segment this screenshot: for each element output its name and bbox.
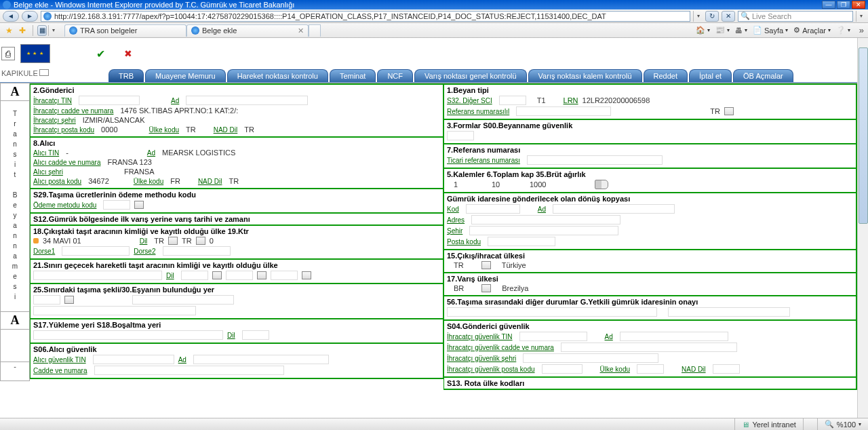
- input-s06-ad[interactable]: [193, 355, 329, 364]
- feeds-button[interactable]: 📰 ▾: [715, 26, 730, 35]
- home-button[interactable]: 🏠 ▾: [696, 26, 710, 35]
- tab-ncf[interactable]: NCF: [377, 69, 413, 82]
- quick-tabs-dropdown[interactable]: ▾: [48, 25, 58, 36]
- link-alici-posta[interactable]: Alıcı posta kodu: [33, 178, 81, 185]
- input-ticari-ref[interactable]: [527, 155, 663, 165]
- input-s17-dil[interactable]: [242, 330, 269, 340]
- lookup-21-c[interactable]: [302, 271, 311, 279]
- status-protected-mode[interactable]: [803, 418, 817, 430]
- link-gk-adres[interactable]: Adres: [447, 216, 465, 224]
- input-gk-sehir[interactable]: [469, 226, 618, 235]
- minimize-button[interactable]: —: [822, 1, 835, 9]
- input-s04-ad[interactable]: [620, 332, 728, 341]
- lookup-btn-2[interactable]: [196, 237, 205, 245]
- lookup-21-a[interactable]: [212, 271, 222, 279]
- input-56[interactable]: [447, 307, 657, 317]
- input-gk-adres[interactable]: [471, 215, 620, 224]
- input-ihracatci-tin[interactable]: [79, 96, 140, 105]
- input-25-a[interactable]: [33, 295, 60, 305]
- input-s06-cadde[interactable]: [94, 366, 284, 375]
- input-3[interactable]: [447, 131, 474, 140]
- link-ihr-nad[interactable]: NAD Dil: [214, 126, 238, 134]
- input-gk-posta[interactable]: [488, 237, 555, 246]
- link-lrn[interactable]: LRN: [564, 96, 578, 104]
- favorites-button[interactable]: ★: [3, 25, 15, 36]
- nav-back-button[interactable]: ◄: [3, 11, 19, 22]
- browser-tab-1[interactable]: TRA son belgeler: [64, 24, 186, 37]
- input-s06-tin[interactable]: [93, 355, 174, 364]
- input-s04-posta[interactable]: [542, 364, 583, 374]
- lookup-odeme-button[interactable]: [134, 201, 144, 209]
- chevron-right-icon[interactable]: »: [856, 25, 865, 35]
- tab-varis-kalem[interactable]: Varış noktası kalem kontrolü: [528, 69, 642, 82]
- tab-teminat[interactable]: Teminat: [330, 69, 376, 82]
- input-gk-kod[interactable]: [466, 204, 520, 214]
- stop-button[interactable]: ✕: [722, 11, 735, 22]
- tab-reddet[interactable]: Reddet: [644, 69, 688, 82]
- link-s06-ad[interactable]: Ad: [178, 356, 186, 364]
- input-s04-cadde[interactable]: [561, 343, 737, 352]
- lookup-ref[interactable]: [724, 107, 734, 115]
- vertical-scrollbar[interactable]: [857, 38, 868, 430]
- refresh-button[interactable]: ↻: [705, 11, 719, 22]
- link-ref-no[interactable]: Referans numarasılıl: [447, 108, 509, 115]
- link-ihr-sehir[interactable]: İhracatçı şehri: [33, 117, 76, 124]
- link-s06-cadde[interactable]: Cadde ve numara: [33, 367, 87, 374]
- input-s17[interactable]: [33, 330, 223, 340]
- link-s04-nad[interactable]: NAD Dil: [682, 366, 706, 373]
- input-21-id[interactable]: [33, 271, 162, 280]
- input-s04-nad[interactable]: [713, 364, 740, 374]
- tools-menu[interactable]: ⚙ Araçlar ▾: [793, 26, 831, 35]
- input-odeme-kodu[interactable]: [103, 200, 130, 210]
- link-s04-cadde[interactable]: İhracatçı güvenlik cadde ve numara: [447, 344, 554, 351]
- input-s04-sehir[interactable]: [523, 353, 658, 363]
- link-ticari-ref[interactable]: Ticari referans numarası: [447, 157, 520, 164]
- link-s04-ulke[interactable]: Ülke kodu: [600, 366, 630, 373]
- tab-hareket[interactable]: Hareket noktası kontrolu: [227, 69, 328, 82]
- tab-iptal[interactable]: İptal et: [689, 69, 732, 82]
- input-ref-no[interactable]: [516, 106, 611, 116]
- link-dorse1[interactable]: Dorse1: [33, 248, 55, 255]
- link-gk-ad[interactable]: Ad: [538, 206, 546, 213]
- input-21-b[interactable]: [226, 271, 253, 280]
- link-ihracatci-tin[interactable]: İhracatçı TIN: [33, 97, 72, 104]
- tab-varis-genel[interactable]: Varış noktası genel kontrolü: [414, 69, 527, 82]
- link-s32[interactable]: S32. Diğer SCI: [447, 97, 492, 104]
- tab-trb[interactable]: TRB: [108, 69, 144, 82]
- input-21-c[interactable]: [271, 271, 298, 280]
- link-alici-cadde[interactable]: Alıcı cadde ve numara: [33, 159, 101, 166]
- reject-icon[interactable]: ✖: [124, 48, 132, 59]
- link-s04-posta[interactable]: İhracatçı güvenlik posta kodu: [447, 366, 535, 373]
- link-s06-tin[interactable]: Alıcı güvenlik TIN: [33, 356, 86, 364]
- link-18-dil[interactable]: Dil: [140, 237, 148, 245]
- nav-forward-button[interactable]: ►: [22, 11, 38, 22]
- tab-ob[interactable]: ÖB Açmalar: [733, 69, 793, 82]
- link-s04-sehir[interactable]: İhracatçı güvenlik şehri: [447, 355, 516, 362]
- book-icon[interactable]: [595, 180, 608, 189]
- input-ihr-ad[interactable]: [186, 96, 308, 105]
- quick-tabs-button[interactable]: ▦: [37, 25, 47, 36]
- input-dorse1[interactable]: [62, 246, 130, 256]
- page-menu[interactable]: 📄 Sayfa ▾: [753, 26, 788, 35]
- link-alici-nad[interactable]: NAD Dil: [198, 178, 222, 185]
- help-button[interactable]: ❔▾: [836, 26, 850, 35]
- lookup-25[interactable]: [64, 296, 74, 304]
- input-s04-ulke[interactable]: [637, 364, 664, 374]
- input-30[interactable]: [132, 295, 234, 305]
- link-s17-dil[interactable]: Dil: [227, 332, 235, 339]
- tab-muayene[interactable]: Muayene Memuru: [145, 69, 226, 82]
- link-s04-tin[interactable]: İhracatçı güvenlik TIN: [447, 333, 513, 340]
- lookup-21-b[interactable]: [257, 271, 267, 279]
- tab-close-icon[interactable]: ✕: [298, 26, 304, 35]
- link-dorse2[interactable]: Dorse2: [134, 248, 155, 255]
- url-input[interactable]: http://192.168.3.191:7777/apex/f?p=10044…: [41, 11, 690, 22]
- link-ihr-ad[interactable]: Ad: [171, 97, 179, 104]
- search-dropdown[interactable]: ▾: [856, 11, 865, 22]
- search-input[interactable]: 🔍 Live Search: [738, 11, 853, 22]
- input-s32[interactable]: [499, 96, 526, 105]
- link-alici-ad[interactable]: Ad: [147, 149, 155, 157]
- lookup-15[interactable]: [481, 261, 491, 269]
- input-56b[interactable]: [668, 307, 790, 317]
- close-button[interactable]: ✕: [852, 1, 865, 9]
- lookup-btn-1[interactable]: [168, 237, 178, 245]
